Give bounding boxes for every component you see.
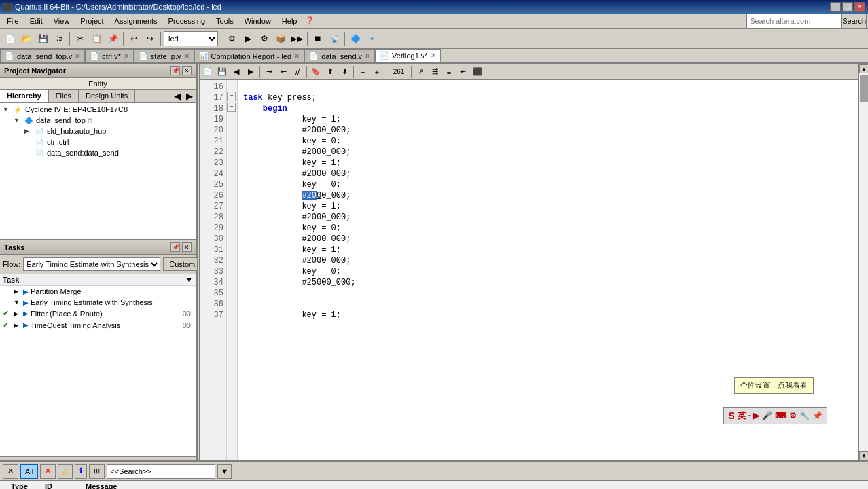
close-button[interactable]: ✕ bbox=[854, 2, 865, 12]
ed-lines-btn[interactable]: ≡ bbox=[442, 65, 456, 79]
ed-fold-btn[interactable]: − bbox=[356, 65, 369, 79]
tab-data-send-top[interactable]: 📄 data_send_top.v ✕ bbox=[0, 49, 85, 62]
window-controls[interactable]: ─ □ ✕ bbox=[830, 2, 865, 12]
task-early-timing[interactable]: ▼ ▶ Early Timing Estimate with Synthesis bbox=[0, 297, 196, 308]
tab-close-btn[interactable]: ✕ bbox=[75, 52, 80, 60]
pnav-right-arrow[interactable]: ▶ bbox=[183, 90, 196, 102]
log-clear-btn[interactable]: ✕ bbox=[3, 464, 18, 479]
tech-btn[interactable]: 🔹 bbox=[364, 31, 379, 46]
save-all-btn[interactable]: 🗂 bbox=[52, 31, 67, 46]
log-all-btn[interactable]: All bbox=[20, 464, 38, 479]
flow-select[interactable]: Early Timing Estimate with Synthesis bbox=[23, 257, 160, 271]
compile-btn[interactable]: ▶▶ bbox=[289, 31, 304, 46]
ed-fwd-btn[interactable]: ▶ bbox=[244, 65, 257, 79]
log-warn-btn[interactable]: △ bbox=[58, 464, 73, 479]
tab-close-btn[interactable]: ✕ bbox=[124, 52, 129, 60]
ed-save-btn[interactable]: 💾 bbox=[215, 65, 229, 79]
right-scrollbar[interactable]: ▲ ▼ bbox=[858, 64, 868, 460]
proj-nav-close[interactable]: ✕ bbox=[182, 66, 192, 75]
cut-btn[interactable]: ✂ bbox=[73, 31, 88, 46]
prog-btn[interactable]: 📡 bbox=[327, 31, 342, 46]
fold-btn-17[interactable]: − bbox=[227, 92, 236, 101]
ed-new-btn[interactable]: 📄 bbox=[201, 65, 215, 79]
menu-processing[interactable]: Processing bbox=[163, 16, 211, 26]
stop-btn[interactable]: ⏹ bbox=[310, 31, 325, 46]
rtl-btn[interactable]: 🔷 bbox=[348, 31, 363, 46]
ime-icon2[interactable]: 🎤 bbox=[762, 411, 772, 420]
log-error-btn[interactable]: ✕ bbox=[40, 464, 56, 479]
ime-lang[interactable]: 英 bbox=[738, 410, 746, 422]
ed-back-btn[interactable]: ◀ bbox=[230, 65, 243, 79]
search-input[interactable] bbox=[746, 14, 842, 29]
tab-close-btn[interactable]: ✕ bbox=[184, 52, 189, 60]
log-search-expand-btn[interactable]: ▼ bbox=[217, 464, 232, 479]
open-btn[interactable]: 📂 bbox=[19, 31, 34, 46]
fold-btn-18[interactable]: − bbox=[227, 103, 236, 112]
ed-jump2-btn[interactable]: ⇶ bbox=[428, 65, 441, 79]
ed-bookmark-btn[interactable]: 🔖 bbox=[309, 65, 323, 79]
tree-item-data-send-top[interactable]: ▼ 🔷 data_send_top ⚙ bbox=[1, 115, 194, 126]
menu-project[interactable]: Project bbox=[75, 16, 109, 26]
search-button[interactable]: Search bbox=[842, 14, 867, 29]
tree-item-data-send[interactable]: 📄 data_send:data_send bbox=[1, 147, 194, 158]
log-info-btn[interactable]: ℹ bbox=[75, 464, 87, 479]
expand-icon[interactable]: ▼ bbox=[14, 299, 23, 306]
ed-indent-btn[interactable]: ⇥ bbox=[262, 65, 276, 79]
pnav-tab-design-units[interactable]: Design Units bbox=[79, 90, 135, 102]
entity-select[interactable]: led bbox=[164, 31, 218, 46]
scroll-down-btn[interactable]: ▼ bbox=[859, 451, 868, 460]
pnav-left-arrow[interactable]: ◀ bbox=[171, 90, 183, 102]
resize-handle[interactable] bbox=[0, 456, 196, 460]
minimize-button[interactable]: ─ bbox=[830, 2, 841, 12]
scroll-track[interactable] bbox=[859, 73, 868, 451]
log-filter-btn[interactable]: ⊞ bbox=[89, 464, 105, 479]
menu-view[interactable]: View bbox=[48, 16, 75, 26]
tab-ctrl[interactable]: 📄 ctrl.v* ✕ bbox=[85, 49, 134, 62]
ed-unfold-btn[interactable]: + bbox=[370, 65, 384, 79]
menu-assignments[interactable]: Assignments bbox=[109, 16, 163, 26]
tab-state-p[interactable]: 📄 state_p.v ✕ bbox=[134, 49, 194, 62]
tree-expand-icon[interactable]: ▼ bbox=[14, 117, 23, 124]
ed-jump-btn[interactable]: ↗ bbox=[414, 65, 427, 79]
analyze-btn[interactable]: ⚙ bbox=[224, 31, 239, 46]
menu-file[interactable]: File bbox=[1, 16, 24, 26]
ime-icon4[interactable]: ⚙ bbox=[789, 411, 797, 420]
ed-prev-bookmark-btn[interactable]: ⬆ bbox=[323, 65, 337, 79]
task-partition-merge[interactable]: ▶ ▶ Partition Merge bbox=[0, 286, 196, 297]
tree-expand-icon[interactable]: ▼ bbox=[3, 106, 12, 113]
ed-outdent-btn[interactable]: ⇤ bbox=[276, 65, 290, 79]
tree-item-device[interactable]: ▼ ⚡ Cyclone IV E: EP4CE10F17C8 bbox=[1, 104, 194, 115]
ed-split-btn[interactable]: ⬛ bbox=[471, 65, 484, 79]
ime-icon3[interactable]: ⌨ bbox=[775, 411, 786, 420]
menu-window[interactable]: Window bbox=[239, 16, 276, 26]
undo-btn[interactable]: ↩ bbox=[126, 31, 141, 46]
tree-expand-icon[interactable]: ▶ bbox=[24, 128, 34, 134]
proj-nav-pin[interactable]: 📌 bbox=[170, 66, 180, 75]
task-fitter[interactable]: ✔ ▶ ▶ Fitter (Place & Route) 00: bbox=[0, 308, 196, 319]
paste-btn[interactable]: 📌 bbox=[105, 31, 120, 46]
copy-btn[interactable]: 📋 bbox=[89, 31, 104, 46]
expand-icon[interactable]: ▶ bbox=[14, 310, 23, 317]
save-btn[interactable]: 💾 bbox=[35, 31, 50, 46]
synth-btn[interactable]: ▶ bbox=[240, 31, 255, 46]
code-content[interactable]: task key_press; begin key = 1; #2000_000… bbox=[238, 80, 858, 460]
expand-icon[interactable]: ▶ bbox=[14, 322, 23, 329]
tab-close-btn[interactable]: ✕ bbox=[294, 52, 300, 60]
ime-icon5[interactable]: 🔧 bbox=[799, 411, 810, 420]
expand-icon[interactable]: ▶ bbox=[14, 288, 23, 295]
tab-close-btn[interactable]: ✕ bbox=[365, 52, 370, 60]
tree-item-sld-hub[interactable]: ▶ 📄 sld_hub:auto_hub bbox=[1, 126, 194, 137]
pnav-tab-hierarchy[interactable]: Hierarchy bbox=[0, 90, 49, 102]
tree-item-ctrl[interactable]: 📄 ctrl:ctrl bbox=[1, 137, 194, 147]
ime-icon6[interactable]: 📌 bbox=[812, 411, 822, 420]
ed-wrap-btn[interactable]: ↵ bbox=[456, 65, 470, 79]
menu-help[interactable]: Help bbox=[276, 16, 303, 26]
tasks-pin[interactable]: 📌 bbox=[170, 242, 180, 252]
tab-compilation-report[interactable]: 📊 Compilation Report - led ✕ bbox=[194, 49, 305, 62]
ed-comment-btn[interactable]: // bbox=[291, 65, 304, 79]
new-file-btn[interactable]: 📄 bbox=[3, 31, 18, 46]
pnav-tab-files[interactable]: Files bbox=[49, 90, 79, 102]
ime-icon1[interactable]: ▶ bbox=[753, 411, 759, 420]
scroll-thumb[interactable] bbox=[860, 75, 868, 102]
code-view[interactable]: 16 17 18 19 20 21 22 23 24 25 26 27 28 2… bbox=[200, 80, 858, 460]
